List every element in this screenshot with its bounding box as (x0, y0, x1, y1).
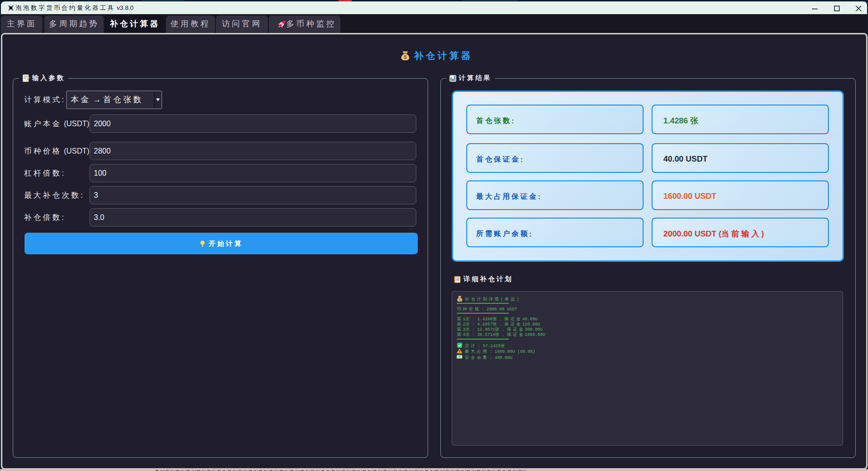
svg-text:$: $ (404, 54, 407, 60)
